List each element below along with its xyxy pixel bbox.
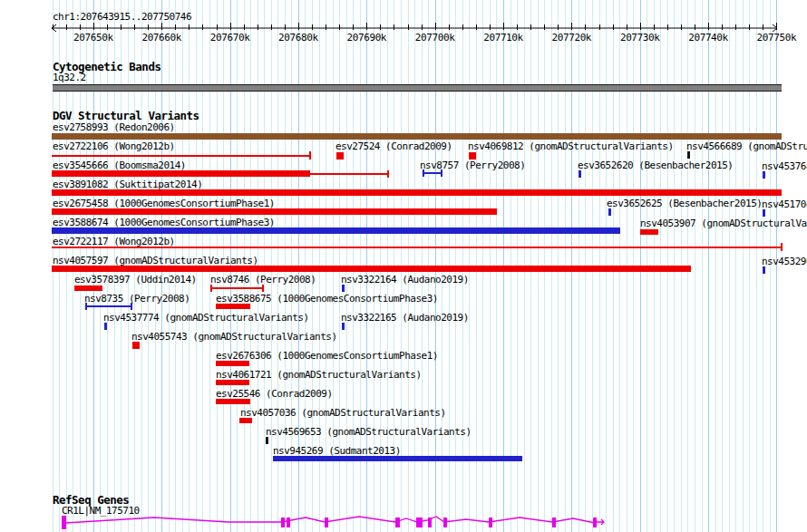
gene-exon[interactable] — [489, 517, 492, 527]
gene-exon[interactable] — [428, 517, 432, 527]
gene-exon[interactable] — [62, 516, 66, 529]
genome-browser-panel: chr1:207643915..207750746 207650k207660k… — [0, 0, 807, 532]
gene-exon[interactable] — [325, 517, 328, 527]
gene-exon[interactable] — [287, 517, 290, 527]
gene-exon[interactable] — [443, 517, 447, 527]
gene-exon[interactable] — [395, 517, 400, 527]
gene-model[interactable] — [0, 0, 807, 532]
gene-exon[interactable] — [552, 517, 556, 527]
gene-exon[interactable] — [416, 517, 423, 527]
gene-exon[interactable] — [281, 517, 285, 527]
gene-exon[interactable] — [593, 517, 597, 527]
gene-intron-connector — [65, 517, 595, 523]
